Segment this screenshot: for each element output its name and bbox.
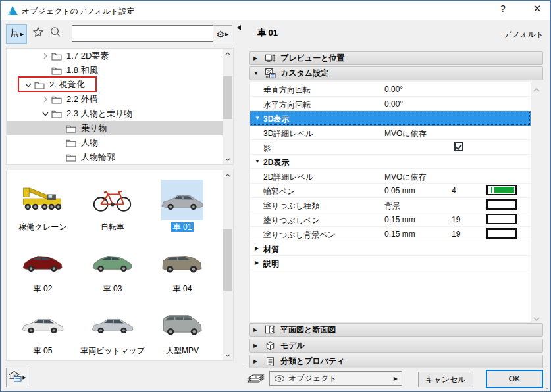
sedan-preview-image [90, 303, 136, 344]
tree-item-folder[interactable]: 人物 [7, 135, 233, 150]
object-thumbnail-selected[interactable]: 車 01 [147, 173, 217, 235]
object-thumbnail-label: 車 02 [32, 284, 55, 293]
setting-value[interactable]: 0.15 mm [384, 230, 415, 239]
layers-icon[interactable] [247, 372, 265, 389]
custom-settings-icon [264, 68, 276, 80]
pen-index-value[interactable]: 19 [452, 230, 460, 239]
search-input[interactable] [72, 25, 215, 42]
section-bar[interactable]: ▶平面図と断面図 [249, 323, 543, 337]
setting-row-parameter[interactable]: 3D詳細レベルMVOに依存 [250, 126, 531, 140]
chevron-right-icon[interactable] [39, 96, 51, 103]
section-bar[interactable]: ▼カスタム設定 [249, 66, 543, 80]
selected-object-title: 車 01 [257, 27, 278, 39]
scrollbar-thumb[interactable] [223, 76, 232, 119]
setting-row-parameter[interactable]: 塗りつぶし種類背景 [250, 198, 531, 212]
setting-row-parameter[interactable]: 塗りつぶしペン0.15 mm19 [250, 212, 531, 227]
custom-settings-list: 垂直方向回転0.00°水平方向回転0.00°▼3D表示3D詳細レベルMVOに依存… [249, 82, 531, 323]
chevron-down-icon[interactable] [22, 83, 34, 87]
setting-value[interactable]: MVOに依存 [384, 172, 427, 183]
setting-row-parameter[interactable]: 影 [250, 140, 531, 155]
scroll-down-icon[interactable] [223, 155, 233, 164]
setting-row-group[interactable]: ▶説明 [250, 256, 531, 270]
close-button[interactable]: ✕ [527, 3, 547, 18]
pen-index-value[interactable]: 4 [452, 186, 456, 195]
chevron-down-icon[interactable] [39, 112, 51, 116]
list-scroll-up-icon[interactable] [533, 84, 542, 90]
setting-row-parameter[interactable]: 塗りつぶし背景ペン0.15 mm19 [250, 227, 531, 241]
scroll-up-icon[interactable] [223, 170, 233, 180]
section-bar[interactable]: ▶分類とプロパティ [249, 355, 543, 368]
chevron-right-icon: ▶ [255, 260, 259, 266]
setting-value[interactable]: 0.15 mm [384, 215, 415, 224]
object-thumbnail[interactable]: 車両ビットマップ [78, 297, 147, 358]
setting-row-parameter[interactable]: 垂直方向回転0.00° [250, 82, 531, 97]
scroll-up-icon[interactable] [223, 49, 233, 59]
bicycle-preview-image [90, 180, 136, 220]
setting-value[interactable]: MVOに依存 [384, 128, 427, 139]
resize-grip[interactable] [542, 385, 548, 391]
pen-color-swatch[interactable] [486, 185, 517, 195]
tree-item-folder[interactable]: 2.3 人物と乗り物 [7, 107, 233, 121]
section-bar[interactable]: ▶プレビューと位置 [249, 51, 543, 65]
ok-button[interactable]: OK [486, 370, 543, 388]
setting-row-parameter[interactable]: 水平方向回転0.00° [250, 97, 531, 111]
crane-preview-image [20, 180, 66, 220]
library-manager-button[interactable]: ▶ [6, 368, 28, 387]
tree-item-label: 1.8 和風 [66, 64, 98, 76]
pen-color-swatch[interactable] [486, 214, 517, 224]
folder-icon [66, 153, 78, 162]
section-bar-label: モデル [280, 340, 305, 351]
tree-item-folder[interactable]: 2.2 外構 [7, 92, 233, 107]
shadow-checkbox[interactable] [454, 142, 463, 151]
settings-gear-button[interactable]: ⚙▶ [213, 25, 232, 43]
setting-value[interactable]: 0.00° [384, 85, 403, 94]
setting-row-parameter[interactable]: 2D詳細レベルMVOに依存 [250, 169, 531, 184]
chevron-right-icon: ▶ [250, 327, 264, 333]
object-thumbnail[interactable]: 車 02 [8, 235, 78, 297]
object-thumbnail[interactable]: 車 04 [147, 235, 217, 297]
setting-value[interactable]: 0.05 mm [384, 186, 415, 195]
list-scroll-down-icon[interactable] [533, 312, 542, 319]
tree-item-folder[interactable]: 人物輪郭 [7, 150, 233, 164]
tree-item-folder[interactable]: 1.8 和風 [7, 63, 233, 78]
object-thumbnail[interactable]: 車 03 [78, 235, 147, 297]
pen-color-swatch[interactable] [486, 199, 517, 210]
object-thumbnail[interactable]: 自転車 [78, 173, 147, 235]
scroll-down-icon[interactable] [223, 351, 233, 360]
setting-group-label: 材質 [263, 244, 279, 255]
setting-row-group[interactable]: ▼3D表示 [250, 111, 531, 126]
eye-icon [274, 375, 285, 382]
cancel-button[interactable]: キャンセル [418, 372, 473, 387]
setting-row-group[interactable]: ▼2D表示 [250, 155, 531, 169]
setting-row-group[interactable]: ▶材質 [250, 241, 531, 256]
section-bar[interactable]: ▶モデル [249, 339, 543, 353]
tree-scrollbar[interactable] [223, 49, 233, 164]
setting-value[interactable]: 背景 [384, 201, 400, 212]
element-type-dropdown[interactable]: オブジェクト ▶ [269, 371, 402, 386]
folder-icon [51, 66, 63, 75]
chevron-right-icon[interactable] [39, 53, 51, 59]
object-thumbnail[interactable]: 車 05 [8, 297, 78, 358]
object-thumbnail-label: 車 01 [171, 222, 194, 232]
object-thumbnail[interactable]: 大型MPV [147, 297, 217, 358]
hatchback-preview-image [90, 241, 136, 282]
object-thumbnail[interactable]: 稼働クレーン [8, 173, 78, 235]
setting-group-label: 3D表示 [263, 114, 289, 125]
folder-icon [66, 139, 78, 147]
thumbnail-scrollbar[interactable] [223, 170, 233, 360]
setting-label: 水平方向回転 [263, 99, 311, 110]
tree-item-folder[interactable]: 2. 視覚化 [7, 78, 233, 92]
scrollbar-thumb[interactable] [223, 229, 232, 291]
tree-item-folder[interactable]: 1.7 2D要素 [7, 49, 233, 63]
help-button[interactable]: ? [493, 3, 513, 18]
panel-collapse-icon[interactable] [237, 25, 241, 30]
tree-item-selected[interactable]: 乗り物 [7, 121, 233, 135]
pen-color-swatch[interactable] [486, 228, 517, 239]
setting-label: 塗りつぶしペン [263, 215, 320, 226]
setting-value[interactable]: 0.00° [384, 99, 403, 109]
favorites-button[interactable] [28, 24, 48, 43]
object-view-mode-button[interactable]: ▶ [6, 24, 27, 44]
setting-row-parameter[interactable]: 輪郭ペン0.05 mm4 [250, 184, 531, 198]
pen-index-value[interactable]: 19 [452, 215, 460, 224]
chevron-down-icon: ▼ [255, 115, 260, 121]
